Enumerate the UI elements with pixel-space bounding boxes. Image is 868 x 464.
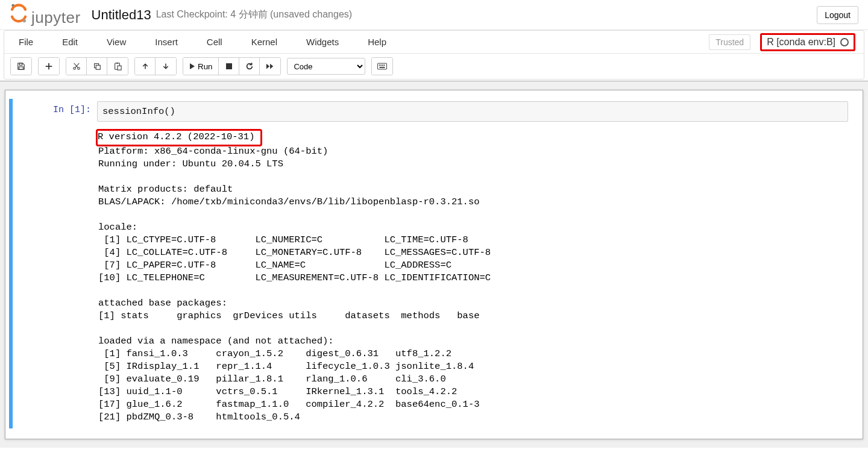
restart-button[interactable] bbox=[239, 58, 260, 75]
code-cell[interactable]: In [1]: sessionInfo() R version 4.2.2 (2… bbox=[9, 99, 859, 428]
arrow-up-icon bbox=[142, 63, 149, 70]
in-prompt: In [1]: bbox=[53, 105, 91, 115]
toolbar: Run Code bbox=[4, 54, 864, 79]
menu-help[interactable]: Help bbox=[362, 34, 392, 49]
output-highlighted-line: R version 4.2.2 (2022-10-31) bbox=[96, 129, 262, 146]
cell-type-select[interactable]: Code bbox=[287, 58, 365, 75]
output-line: [4] LC_COLLATE=C.UTF-8 LC_MONETARY=C.UTF… bbox=[98, 247, 508, 258]
svg-point-5 bbox=[77, 67, 80, 70]
copy-icon bbox=[93, 62, 101, 71]
copy-button[interactable] bbox=[87, 58, 107, 75]
notebook-title[interactable]: Untitled13 bbox=[92, 7, 151, 23]
cell-body: sessionInfo() R version 4.2.2 (2022-10-3… bbox=[97, 101, 859, 426]
menu-edit[interactable]: Edit bbox=[56, 34, 84, 49]
output-line: [1] fansi_1.0.3 crayon_1.5.2 digest_0.6.… bbox=[98, 348, 480, 359]
svg-point-1 bbox=[23, 19, 26, 22]
output-line: [10] LC_TELEPHONE=C LC_MEASUREMENT=C.UTF… bbox=[98, 272, 508, 283]
svg-rect-13 bbox=[379, 64, 380, 66]
menu-insert[interactable]: Insert bbox=[149, 34, 184, 49]
checkpoint-status: Last Checkpoint: 4 分钟前 (unsaved changes) bbox=[156, 8, 353, 21]
output-line: [1] LC_CTYPE=C.UTF-8 LC_NUMERIC=C LC_TIM… bbox=[98, 234, 508, 245]
output-line: locale: bbox=[98, 222, 137, 233]
restart-run-all-button[interactable] bbox=[260, 58, 280, 75]
svg-rect-7 bbox=[96, 65, 100, 69]
svg-rect-3 bbox=[19, 67, 24, 69]
kernel-status-icon bbox=[840, 38, 849, 46]
insert-cell-below-button[interactable] bbox=[39, 58, 59, 75]
menu-widgets[interactable]: Widgets bbox=[300, 34, 345, 49]
save-button[interactable] bbox=[11, 58, 31, 75]
menu-kernel[interactable]: Kernel bbox=[245, 34, 283, 49]
jupyter-icon bbox=[10, 2, 28, 23]
prompt-column: In [1]: bbox=[13, 101, 97, 426]
output-line: [13] uuid_1.1-0 vctrs_0.5.1 IRkernel_1.3… bbox=[98, 386, 480, 397]
logo-text: jupyter bbox=[31, 8, 81, 27]
arrow-down-icon bbox=[162, 63, 169, 70]
command-palette-button[interactable] bbox=[372, 58, 392, 75]
cell-output: R version 4.2.2 (2022-10-31) Platform: x… bbox=[97, 122, 848, 426]
svg-rect-11 bbox=[226, 63, 232, 69]
svg-point-4 bbox=[73, 67, 75, 70]
svg-rect-12 bbox=[378, 63, 387, 69]
plus-icon bbox=[45, 62, 53, 71]
keyboard-icon bbox=[377, 63, 387, 70]
svg-rect-9 bbox=[116, 63, 118, 64]
save-icon bbox=[17, 62, 25, 71]
output-line: attached base packages: bbox=[98, 298, 227, 309]
scissors-icon bbox=[72, 62, 81, 71]
menu-cell[interactable]: Cell bbox=[201, 34, 228, 49]
menubar: File Edit View Insert Cell Kernel Widget… bbox=[4, 31, 864, 54]
move-up-button[interactable] bbox=[135, 58, 156, 75]
output-line: Running under: Ubuntu 20.04.5 LTS bbox=[98, 158, 283, 169]
paste-button[interactable] bbox=[107, 58, 128, 75]
play-icon bbox=[189, 63, 195, 70]
stop-icon bbox=[225, 63, 233, 70]
code-input[interactable]: sessionInfo() bbox=[97, 101, 848, 122]
output-line: [5] IRdisplay_1.1 repr_1.1.4 lifecycle_1… bbox=[98, 361, 480, 372]
menu-view[interactable]: View bbox=[101, 34, 132, 49]
logout-button[interactable]: Logout bbox=[817, 6, 858, 24]
trusted-indicator[interactable]: Trusted bbox=[709, 34, 750, 50]
kernel-indicator[interactable]: R [conda env:B] bbox=[760, 33, 855, 51]
svg-rect-17 bbox=[380, 67, 385, 68]
restart-icon bbox=[245, 62, 254, 71]
run-button[interactable]: Run bbox=[183, 58, 219, 75]
output-line: BLAS/LAPACK: /home/txb/miniconda3/envs/B… bbox=[98, 196, 480, 207]
move-down-button[interactable] bbox=[156, 58, 176, 75]
notebook-container: In [1]: sessionInfo() R version 4.2.2 (2… bbox=[5, 90, 863, 439]
output-line: Matrix products: default bbox=[98, 184, 233, 195]
paste-icon bbox=[113, 62, 122, 71]
jupyter-logo[interactable]: jupyter bbox=[10, 2, 81, 27]
fast-forward-icon bbox=[266, 63, 274, 70]
interrupt-button[interactable] bbox=[219, 58, 239, 75]
header: jupyter Untitled13 Last Checkpoint: 4 分钟… bbox=[0, 0, 868, 30]
output-line: [9] evaluate_0.19 pillar_1.8.1 rlang_1.0… bbox=[98, 374, 480, 384]
notebook-area: In [1]: sessionInfo() R version 4.2.2 (2… bbox=[0, 81, 868, 448]
kernel-name: R [conda env:B] bbox=[767, 37, 835, 48]
menu-file[interactable]: File bbox=[13, 34, 39, 49]
output-line: Platform: x86_64-conda-linux-gnu (64-bit… bbox=[98, 146, 328, 157]
output-line: loaded via a namespace (and not attached… bbox=[98, 336, 334, 346]
output-line: [7] LC_PAPER=C.UTF-8 LC_NAME=C LC_ADDRES… bbox=[98, 260, 508, 271]
output-line: [21] pbdZMQ_0.3-8 htmltools_0.5.4 bbox=[98, 412, 300, 422]
menubar-container: File Edit View Insert Cell Kernel Widget… bbox=[4, 30, 864, 80]
run-label: Run bbox=[198, 62, 212, 71]
svg-rect-14 bbox=[381, 64, 382, 66]
svg-rect-10 bbox=[118, 66, 121, 70]
svg-rect-16 bbox=[384, 64, 385, 66]
svg-rect-15 bbox=[382, 64, 383, 66]
output-line: [17] glue_1.6.2 fastmap_1.1.0 compiler_4… bbox=[98, 399, 480, 410]
output-line: [1] stats graphics grDevices utils datas… bbox=[98, 310, 508, 321]
cut-button[interactable] bbox=[66, 58, 87, 75]
svg-rect-2 bbox=[19, 63, 22, 66]
